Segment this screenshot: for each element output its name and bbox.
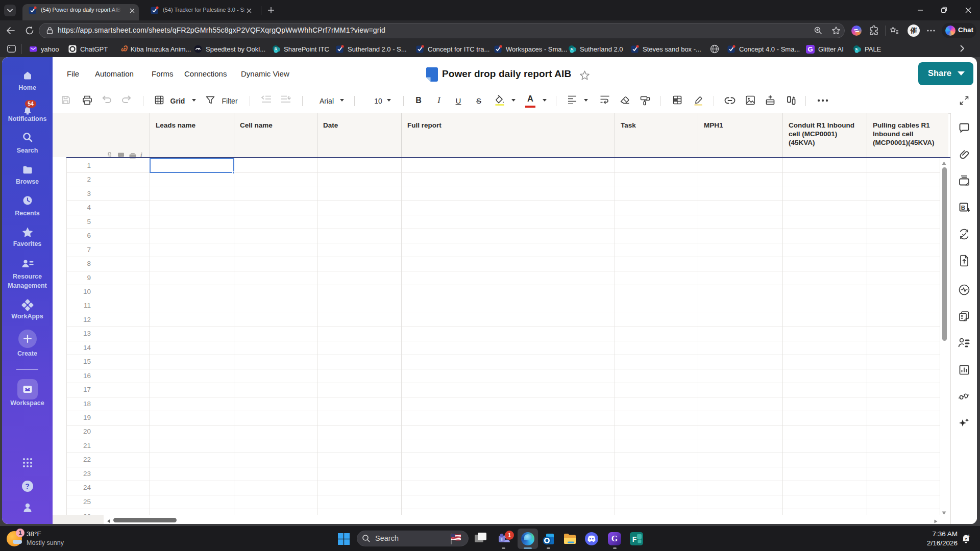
svg-text:S: S: [274, 46, 277, 51]
svg-text:B: B: [961, 205, 965, 211]
svg-text:s: s: [855, 46, 858, 51]
svg-text:z: z: [968, 534, 970, 537]
svg-text:z: z: [965, 537, 967, 541]
svg-text:s: s: [571, 46, 573, 51]
svg-text:F: F: [632, 535, 637, 543]
svg-text:T: T: [501, 537, 504, 542]
